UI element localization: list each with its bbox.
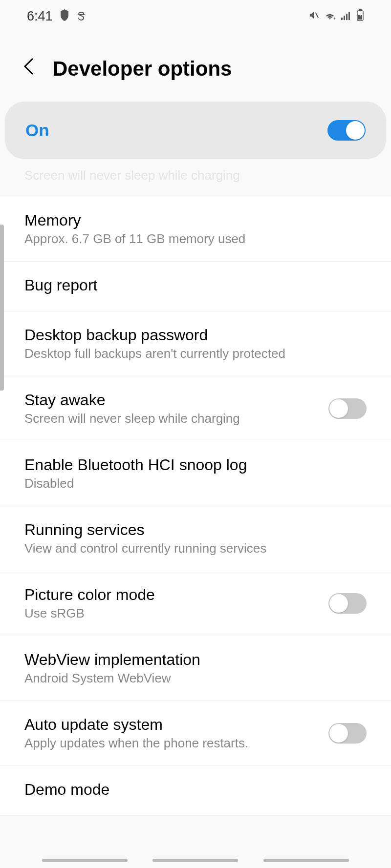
signal-icon	[341, 9, 351, 23]
setting-title: Memory	[24, 211, 367, 229]
setting-row[interactable]: Demo mode	[0, 766, 391, 816]
setting-text: MemoryApprox. 6.7 GB of 11 GB memory use…	[24, 211, 367, 247]
samsung-icon	[76, 12, 86, 21]
wifi-icon: +	[324, 9, 336, 23]
status-bar: 6:41 +	[0, 0, 391, 29]
back-button[interactable]	[22, 56, 36, 82]
shield-icon	[60, 9, 69, 24]
setting-text: Enable Bluetooth HCI snoop logDisabled	[24, 456, 367, 491]
svg-rect-6	[348, 12, 350, 20]
svg-text:+: +	[333, 16, 336, 21]
svg-rect-4	[344, 16, 345, 20]
battery-icon	[356, 9, 364, 24]
nav-back[interactable]	[263, 859, 349, 862]
mute-icon	[308, 9, 319, 23]
setting-row[interactable]: Bug report	[0, 262, 391, 311]
setting-text: Running servicesView and control current…	[24, 521, 367, 556]
setting-subtitle: Screen will never sleep while charging	[24, 411, 328, 426]
setting-text: Demo mode	[24, 781, 367, 801]
svg-line-1	[316, 13, 319, 18]
master-toggle-label: On	[25, 121, 49, 140]
setting-title: Picture color mode	[24, 586, 328, 604]
status-left: 6:41	[27, 9, 86, 24]
setting-text: Auto update systemApply updates when the…	[24, 716, 328, 751]
toggle-knob	[329, 399, 348, 418]
setting-title: Running services	[24, 521, 367, 539]
setting-subtitle: Desktop full backups aren't currently pr…	[24, 346, 367, 361]
svg-rect-5	[346, 14, 348, 20]
faded-subtitle: Screen will never sleep while charging	[24, 168, 367, 183]
setting-row[interactable]: Auto update systemApply updates when the…	[0, 701, 391, 766]
setting-subtitle: Apply updates when the phone restarts.	[24, 736, 328, 751]
toggle-knob	[346, 121, 365, 140]
page-title: Developer options	[53, 57, 232, 81]
setting-subtitle: Use sRGB	[24, 606, 328, 621]
setting-text: WebView implementationAndroid System Web…	[24, 651, 367, 686]
status-right: +	[308, 9, 364, 24]
settings-list: MemoryApprox. 6.7 GB of 11 GB memory use…	[0, 197, 391, 816]
setting-subtitle: View and control currently running servi…	[24, 541, 367, 556]
setting-subtitle: Disabled	[24, 476, 367, 491]
nav-recents[interactable]	[42, 859, 128, 862]
setting-row[interactable]: Picture color modeUse sRGB	[0, 571, 391, 636]
setting-row[interactable]: Stay awakeScreen will never sleep while …	[0, 376, 391, 441]
setting-text: Bug report	[24, 276, 367, 296]
setting-title: Demo mode	[24, 781, 367, 799]
scroll-indicator[interactable]	[0, 225, 4, 391]
faded-partial-row: Screen will never sleep while charging	[0, 159, 391, 197]
setting-row[interactable]: MemoryApprox. 6.7 GB of 11 GB memory use…	[0, 197, 391, 262]
setting-subtitle: Android System WebView	[24, 671, 367, 686]
setting-text: Desktop backup passwordDesktop full back…	[24, 326, 367, 361]
toggle-knob	[329, 724, 348, 743]
setting-title: Enable Bluetooth HCI snoop log	[24, 456, 367, 474]
header: Developer options	[0, 29, 391, 102]
setting-text: Picture color modeUse sRGB	[24, 586, 328, 621]
setting-title: Bug report	[24, 276, 367, 294]
setting-title: Stay awake	[24, 391, 328, 409]
setting-toggle[interactable]	[328, 593, 367, 614]
setting-title: Desktop backup password	[24, 326, 367, 344]
master-toggle-row[interactable]: On	[5, 102, 386, 159]
setting-toggle[interactable]	[328, 398, 367, 419]
setting-row[interactable]: Running servicesView and control current…	[0, 506, 391, 571]
nav-bar	[0, 859, 391, 862]
setting-toggle[interactable]	[328, 723, 367, 744]
master-toggle-switch[interactable]	[327, 120, 366, 141]
setting-text: Stay awakeScreen will never sleep while …	[24, 391, 328, 426]
toggle-knob	[329, 594, 348, 613]
setting-title: Auto update system	[24, 716, 328, 734]
setting-row[interactable]: WebView implementationAndroid System Web…	[0, 636, 391, 701]
setting-row[interactable]: Enable Bluetooth HCI snoop logDisabled	[0, 441, 391, 506]
setting-title: WebView implementation	[24, 651, 367, 669]
status-time: 6:41	[27, 9, 53, 24]
setting-row[interactable]: Desktop backup passwordDesktop full back…	[0, 311, 391, 376]
nav-home[interactable]	[152, 859, 238, 862]
svg-rect-3	[341, 18, 343, 20]
setting-subtitle: Approx. 6.7 GB of 11 GB memory used	[24, 231, 367, 247]
